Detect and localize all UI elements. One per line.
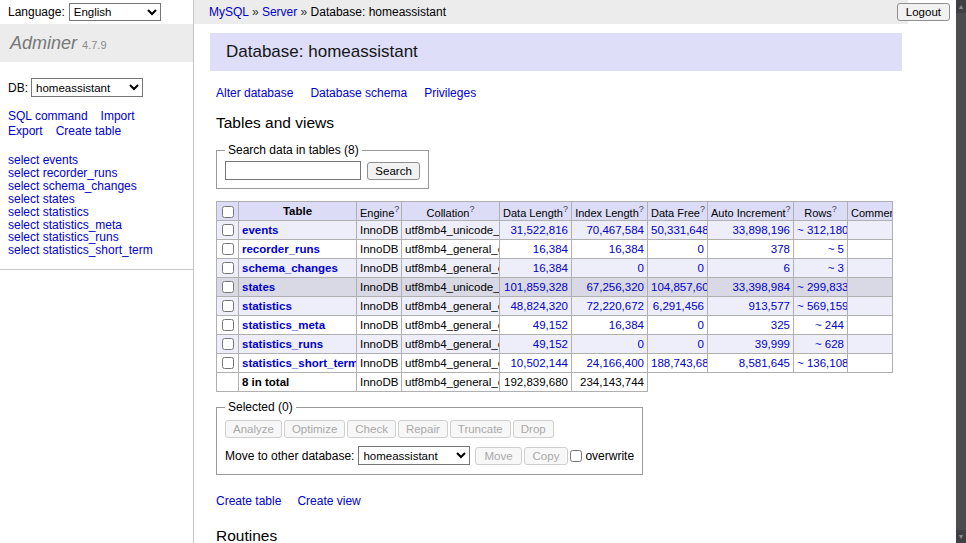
move-db-select[interactable]: homeassistant	[358, 446, 470, 465]
table-name-link[interactable]: states	[242, 281, 275, 293]
data-length-link[interactable]: 16,384	[533, 243, 568, 255]
copy-button[interactable]: Copy	[524, 447, 569, 465]
repair-button[interactable]: Repair	[398, 420, 448, 438]
sidebar-table-link[interactable]: select statistics	[8, 205, 89, 219]
column-help-link[interactable]: ?	[700, 204, 705, 214]
breadcrumb-link[interactable]: MySQL	[209, 5, 249, 19]
rows-count-link[interactable]: ~ 312,180	[797, 224, 848, 236]
sidebar-action-link[interactable]: Create table	[56, 124, 121, 138]
logout-button[interactable]: Logout	[897, 3, 950, 21]
rows-count-link[interactable]: ~ 3	[828, 262, 844, 274]
auto-increment-link[interactable]: 6	[784, 262, 790, 274]
sidebar-action-link[interactable]: SQL command	[8, 109, 88, 123]
column-help-link[interactable]: ?	[563, 204, 568, 214]
index-length-link[interactable]: 67,256,320	[586, 281, 644, 293]
scrollbar-down-arrow[interactable]: ▼	[956, 530, 966, 543]
rows-count-link[interactable]: ~ 569,159	[797, 300, 848, 312]
data-length-link[interactable]: 49,152	[533, 319, 568, 331]
data-free-link[interactable]: 104,857,600	[651, 281, 708, 293]
table-name-link[interactable]: statistics	[242, 300, 292, 312]
index-length-link[interactable]: 0	[638, 262, 644, 274]
move-button[interactable]: Move	[475, 447, 521, 465]
column-help-link[interactable]: ?	[639, 204, 644, 214]
sidebar-table-link[interactable]: select states	[8, 192, 75, 206]
drop-button[interactable]: Drop	[513, 420, 554, 438]
data-free-link[interactable]: 50,331,648	[651, 224, 708, 236]
create-link[interactable]: Create view	[297, 494, 360, 508]
data-length-link[interactable]: 31,522,816	[510, 224, 568, 236]
data-free-link[interactable]: 0	[698, 243, 704, 255]
auto-increment-link[interactable]: 33,898,196	[732, 224, 790, 236]
scrollbar-up-arrow[interactable]: ▲	[956, 0, 966, 13]
data-length-link[interactable]: 48,824,320	[510, 300, 568, 312]
sidebar-table-link[interactable]: select statistics_runs	[8, 230, 119, 244]
optimize-button[interactable]: Optimize	[284, 420, 345, 438]
auto-increment-link[interactable]: 33,398,984	[732, 281, 790, 293]
create-link[interactable]: Create table	[216, 494, 281, 508]
sidebar-table-link[interactable]: select events	[8, 153, 78, 167]
column-help-link[interactable]: ?	[786, 204, 791, 214]
data-free-link[interactable]: 188,743,680	[651, 357, 708, 369]
breadcrumb-link[interactable]: Server	[262, 5, 297, 19]
data-length-link[interactable]: 49,152	[533, 338, 568, 350]
auto-increment-link[interactable]: 39,999	[755, 338, 790, 350]
row-checkbox[interactable]	[222, 319, 234, 331]
sidebar-table-link[interactable]: select schema_changes	[8, 179, 137, 193]
index-length-link[interactable]: 24,166,400	[586, 357, 644, 369]
rows-count-link[interactable]: ~ 136,108	[797, 357, 848, 369]
db-nav-link[interactable]: Database schema	[310, 86, 407, 100]
auto-increment-link[interactable]: 8,581,645	[739, 357, 790, 369]
row-checkbox[interactable]	[222, 357, 234, 369]
table-name-link[interactable]: statistics_runs	[242, 338, 323, 350]
search-input[interactable]	[225, 161, 361, 180]
row-checkbox[interactable]	[222, 338, 234, 350]
sidebar-action-link[interactable]: Export	[8, 124, 43, 138]
table-name-link[interactable]: statistics_short_term	[242, 357, 357, 369]
table-name-link[interactable]: recorder_runs	[242, 243, 320, 255]
db-nav-link[interactable]: Alter database	[216, 86, 293, 100]
search-button[interactable]: Search	[367, 162, 419, 180]
index-length-link[interactable]: 16,384	[609, 319, 644, 331]
column-help-link[interactable]: ?	[832, 204, 837, 214]
data-free-link[interactable]: 6,291,456	[653, 300, 704, 312]
column-help-link[interactable]: ?	[469, 204, 474, 214]
table-name-link[interactable]: statistics_meta	[242, 319, 325, 331]
sidebar-action-link[interactable]: Import	[101, 109, 135, 123]
row-checkbox[interactable]	[222, 243, 234, 255]
db-nav-link[interactable]: Privileges	[424, 86, 476, 100]
data-length-link[interactable]: 10,502,144	[510, 357, 568, 369]
db-select[interactable]: homeassistant	[31, 78, 143, 97]
rows-count-link[interactable]: ~ 628	[815, 338, 844, 350]
data-length-link[interactable]: 16,384	[533, 262, 568, 274]
row-checkbox[interactable]	[222, 262, 234, 274]
select-all-checkbox[interactable]	[222, 206, 234, 218]
index-length-link[interactable]: 70,467,584	[586, 224, 644, 236]
check-button[interactable]: Check	[347, 420, 396, 438]
data-free-link[interactable]: 0	[698, 338, 704, 350]
table-name-link[interactable]: schema_changes	[242, 262, 338, 274]
index-length-link[interactable]: 72,220,672	[586, 300, 644, 312]
data-length-link[interactable]: 101,859,328	[504, 281, 568, 293]
index-length-link[interactable]: 0	[638, 338, 644, 350]
rows-count-link[interactable]: ~ 244	[815, 319, 844, 331]
table-name-link[interactable]: events	[242, 224, 278, 236]
auto-increment-link[interactable]: 378	[771, 243, 790, 255]
sidebar-table-link[interactable]: select statistics_short_term	[8, 243, 153, 257]
auto-increment-link[interactable]: 325	[771, 319, 790, 331]
truncate-button[interactable]: Truncate	[450, 420, 511, 438]
overwrite-checkbox[interactable]	[570, 450, 582, 462]
analyze-button[interactable]: Analyze	[225, 420, 282, 438]
rows-count-link[interactable]: ~ 299,833	[797, 281, 848, 293]
rows-count-link[interactable]: ~ 5	[828, 243, 844, 255]
data-free-link[interactable]: 0	[698, 262, 704, 274]
row-checkbox[interactable]	[222, 281, 234, 293]
index-length-link[interactable]: 16,384	[609, 243, 644, 255]
data-free-link[interactable]: 0	[698, 319, 704, 331]
column-help-link[interactable]: ?	[394, 204, 399, 214]
scrollbar[interactable]: ▲ ▼	[956, 0, 966, 543]
language-select[interactable]: English	[69, 3, 161, 21]
row-checkbox[interactable]	[222, 300, 234, 312]
sidebar-table-link[interactable]: select statistics_meta	[8, 218, 122, 232]
auto-increment-link[interactable]: 913,577	[748, 300, 790, 312]
row-checkbox[interactable]	[222, 224, 234, 236]
